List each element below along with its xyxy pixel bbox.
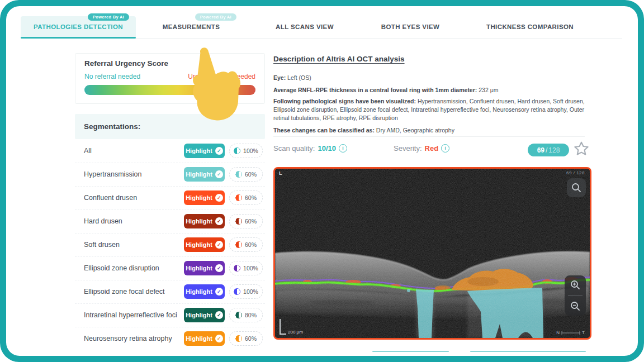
thickness-line: Average RNFL-RPE thickness in a central …: [273, 86, 498, 94]
favorite-star-button[interactable]: [573, 141, 590, 158]
tab-all-scans-view[interactable]: ALL SCANS VIEW: [276, 23, 334, 30]
urgent-referral-label: Urgent referral needed: [188, 73, 255, 80]
pathological-signs-line: Following pathological signs have been v…: [273, 97, 588, 122]
opacity-icon: [235, 335, 242, 342]
scale-mark-icon: [280, 319, 286, 335]
slice-counter: 69 / 128: [566, 170, 585, 175]
zoom-controls: [565, 275, 586, 316]
opacity-icon: [234, 147, 240, 154]
opacity-control[interactable]: 100%: [229, 284, 263, 299]
info-icon[interactable]: i: [339, 144, 347, 153]
segmentation-label: Intraretinal hyperreflective foci: [84, 311, 177, 319]
opacity-icon: [234, 265, 240, 272]
description-title: Description of Altris AI OCT analysis: [273, 55, 405, 63]
segmentation-label: Ellipsoid zone disruption: [84, 264, 159, 272]
page: PATHOLOGIES DETECTION MEASUREMENTS ALL S…: [6, 6, 638, 356]
check-icon: ✓: [215, 311, 223, 319]
opacity-control[interactable]: 60%: [229, 331, 263, 346]
highlight-button[interactable]: Highlight✓: [184, 167, 225, 182]
highlight-button[interactable]: Highlight✓: [184, 261, 225, 275]
segmentation-label: Hard drusen: [84, 217, 122, 225]
no-referral-label: No referral needed: [84, 73, 140, 80]
opacity-control[interactable]: 80%: [229, 308, 263, 322]
orientation-indicator: N T: [556, 330, 585, 335]
app-frame: PATHOLOGIES DETECTION MEASUREMENTS ALL S…: [0, 0, 644, 362]
segmentation-label: Soft drusen: [84, 241, 120, 249]
tab-both-eyes-view[interactable]: BOTH EYES VIEW: [381, 23, 440, 30]
opacity-control[interactable]: 60%: [229, 237, 263, 252]
magnify-button[interactable]: [567, 178, 586, 197]
scan-counter-badge: 69/128: [528, 144, 569, 156]
zoom-in-button[interactable]: [570, 277, 581, 293]
segmentation-row-hard-drusen: Hard drusen Highlight✓ 60%: [75, 209, 265, 234]
segmentation-label: Hypertransmission: [84, 170, 142, 178]
bottom-card-edge: [372, 351, 449, 352]
highlight-button[interactable]: Highlight✓: [184, 190, 225, 205]
highlight-button[interactable]: Highlight✓: [184, 214, 225, 228]
oct-bscan-image: [275, 169, 590, 338]
check-icon: ✓: [215, 335, 223, 342]
nasal-label: N: [556, 330, 560, 335]
magnifier-icon: [571, 182, 582, 193]
tab-measurements[interactable]: MEASUREMENTS: [163, 23, 220, 30]
zoom-out-icon: [570, 301, 581, 312]
segmentation-label: All: [84, 147, 92, 155]
segmentation-row-ellipsoid-zone-disruption: Ellipsoid zone disruption Highlight✓ 100…: [75, 256, 265, 280]
segmentation-row-neurosensory-retina-atrophy: Neurosensory retina atrophy Highlight✓ 6…: [75, 327, 265, 350]
urgency-gradient-bar: [84, 85, 255, 95]
segmentation-row-intraretinal-hyperreflective-foci: Intraretinal hyperreflective foci Highli…: [75, 303, 265, 327]
description-divider: [273, 136, 585, 137]
segmentations-header: Segmentations:: [75, 114, 265, 139]
opacity-control[interactable]: 100%: [229, 261, 263, 275]
check-icon: ✓: [215, 288, 223, 296]
active-tab-underline: [21, 37, 136, 39]
opacity-icon: [235, 312, 242, 318]
segmentation-row-hypertransmission: Hypertransmission Highlight✓ 60%: [75, 163, 265, 187]
opacity-icon: [234, 288, 240, 295]
classification-line: These changes can be classified as: Dry …: [273, 126, 454, 135]
check-icon: ✓: [215, 170, 223, 178]
highlight-button[interactable]: Highlight✓: [184, 284, 225, 299]
check-icon: ✓: [215, 194, 223, 202]
powered-by-ai-badge: Powered By AI: [88, 13, 129, 21]
zoom-out-button[interactable]: [570, 298, 581, 315]
tab-label: PATHOLOGIES DETECTION: [34, 23, 123, 30]
opacity-icon: [235, 194, 242, 201]
tab-thickness-comparison[interactable]: THICKNESS COMPARISON: [486, 23, 574, 30]
zoom-in-icon: [570, 279, 581, 290]
powered-by-ai-badge-faded: Powered By AI: [195, 13, 236, 21]
info-icon[interactable]: i: [441, 144, 449, 153]
check-icon: ✓: [215, 241, 223, 249]
segmentation-label: Ellipsoid zone focal defect: [84, 288, 165, 296]
opacity-control[interactable]: 100%: [229, 144, 263, 158]
segmentations-list: All Highlight✓ 100% Hypertransmission Hi…: [75, 139, 265, 350]
orientation-scale-icon: [561, 331, 580, 335]
scale-bar: 200 μm: [280, 319, 303, 335]
eye-line: Eye: Left (OS): [273, 74, 311, 82]
segmentation-label: Confluent drusen: [84, 194, 137, 202]
check-icon: ✓: [215, 264, 223, 272]
eye-marker: L: [279, 170, 282, 176]
referral-urgency-card: Referral Urgency Score No referral neede…: [75, 53, 265, 104]
opacity-control[interactable]: 60%: [229, 214, 263, 228]
severity-value: Red: [425, 144, 439, 153]
check-icon: ✓: [215, 147, 223, 155]
highlight-button[interactable]: Highlight✓: [184, 144, 225, 158]
zoom-divider: [568, 295, 583, 296]
opacity-control[interactable]: 60%: [229, 167, 263, 182]
segmentation-label: Neurosensory retina atrophy: [84, 335, 172, 342]
segmentations-title: Segmentations:: [84, 122, 140, 131]
scan-quality-value: 10/10: [318, 144, 336, 153]
highlight-button[interactable]: Highlight✓: [184, 308, 225, 322]
temporal-label: T: [582, 330, 585, 335]
segmentation-row-soft-drusen: Soft drusen Highlight✓ 60%: [75, 233, 265, 257]
star-icon: [574, 141, 589, 156]
opacity-control[interactable]: 60%: [229, 190, 263, 205]
bottom-card-edge: [470, 351, 586, 352]
highlight-button[interactable]: Highlight✓: [184, 237, 225, 252]
check-icon: ✓: [215, 217, 223, 225]
scan-quality-group: Scan quality: 10/10 i: [273, 144, 347, 153]
opacity-icon: [235, 241, 242, 248]
highlight-button[interactable]: Highlight✓: [184, 331, 225, 346]
oct-scan-viewer[interactable]: L 69 / 128: [273, 167, 591, 340]
